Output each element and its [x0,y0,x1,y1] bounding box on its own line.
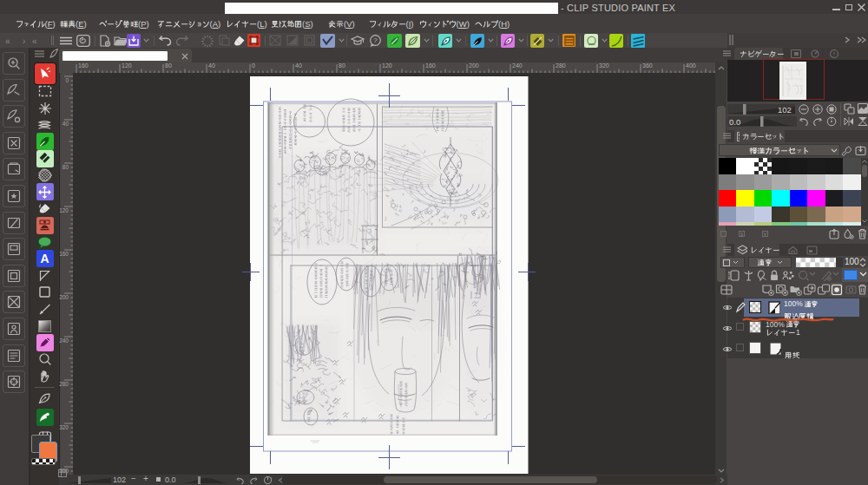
svg-text:?: ? [373,36,378,44]
